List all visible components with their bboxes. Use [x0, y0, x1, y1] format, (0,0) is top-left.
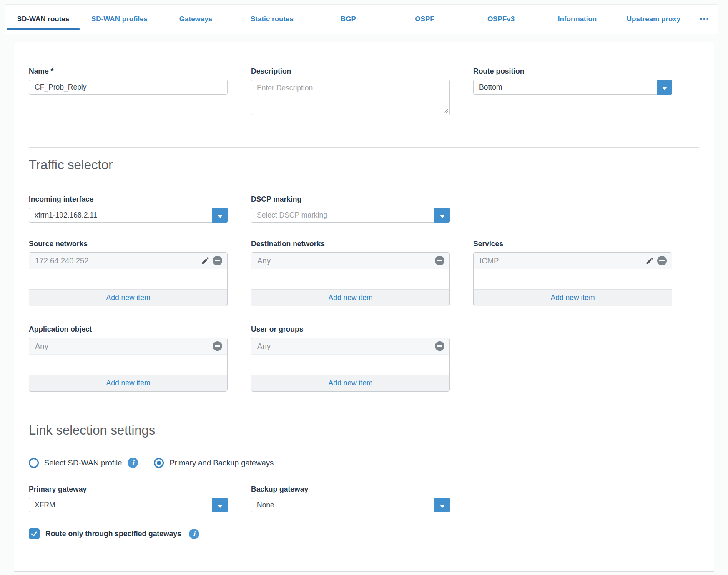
route-only-checkbox[interactable]: [29, 528, 40, 539]
list-item: 172.64.240.252: [29, 252, 227, 269]
dropdown-button[interactable]: [212, 498, 228, 512]
remove-icon[interactable]: [213, 256, 222, 265]
list-item-text: Any: [35, 342, 48, 351]
dscp-label: DSCP marking: [251, 195, 450, 204]
tab-information[interactable]: Information: [539, 5, 615, 34]
list-item-text: ICMP: [479, 256, 499, 265]
listbox-empty-area: [251, 355, 449, 375]
dscp-placeholder: Select DSCP marking: [257, 211, 327, 220]
chevron-down-icon: [439, 215, 445, 218]
incoming-interface-select[interactable]: xfrm1-192.168.2.11: [29, 208, 228, 222]
source-networks-label: Source networks: [29, 239, 228, 248]
destination-networks-label: Destination networks: [251, 239, 450, 248]
tab-label: Information: [558, 15, 597, 23]
remove-icon[interactable]: [657, 256, 667, 265]
primary-gateway-label: Primary gateway: [29, 485, 228, 494]
info-icon[interactable]: i: [189, 529, 199, 539]
check-icon: [30, 530, 38, 538]
section-divider: [29, 147, 699, 148]
tab-gateways[interactable]: Gateways: [158, 5, 234, 34]
user-groups-label: User or groups: [251, 325, 450, 334]
incoming-interface-label: Incoming interface: [29, 195, 228, 204]
add-new-item-button[interactable]: Add new item: [29, 289, 227, 306]
services-group: Services ICMP Add new item: [473, 239, 672, 306]
tab-ospfv3[interactable]: OSPFv3: [463, 5, 539, 34]
traffic-selector-title: Traffic selector: [29, 157, 699, 173]
source-networks-listbox: 172.64.240.252 Add new item: [29, 252, 228, 306]
name-label: Name *: [29, 67, 228, 76]
destination-networks-group: Destination networks Any Add new item: [251, 239, 450, 306]
list-item-text: Any: [257, 256, 271, 265]
edit-icon[interactable]: [201, 256, 210, 265]
dropdown-button[interactable]: [657, 80, 672, 95]
radio-label: Select SD-WAN profile: [44, 458, 122, 468]
radio-primary-backup-gateways[interactable]: [154, 458, 164, 468]
description-label: Description: [251, 67, 450, 76]
user-groups-group: User or groups Any Add new item: [251, 325, 450, 392]
name-input[interactable]: [29, 80, 228, 95]
radio-select-sdwan-profile[interactable]: [29, 458, 39, 468]
route-position-field-group: Route position Bottom: [473, 67, 672, 95]
link-mode-radio-group: Select SD-WAN profile i Primary and Back…: [29, 458, 699, 468]
listbox-empty-area: [29, 269, 227, 289]
radio-label: Primary and Backup gateways: [169, 458, 274, 468]
add-new-item-button[interactable]: Add new item: [251, 289, 449, 306]
tab-label: BGP: [341, 15, 356, 23]
tab-sdwan-profiles[interactable]: SD-WAN profiles: [81, 5, 158, 34]
chevron-down-icon: [662, 87, 668, 90]
description-textarea[interactable]: [251, 80, 450, 115]
chevron-down-icon: [217, 215, 223, 218]
backup-gateway-field-group: Backup gateway None: [251, 485, 450, 512]
resize-handle-icon[interactable]: [443, 108, 448, 114]
route-only-label: Route only through specified gateways: [45, 530, 181, 538]
chevron-down-icon: [439, 505, 445, 508]
link-selection-title: Link selection settings: [29, 422, 699, 438]
backup-gateway-label: Backup gateway: [251, 485, 450, 494]
listbox-empty-area: [474, 269, 672, 289]
tab-ospf[interactable]: OSPF: [387, 5, 463, 34]
add-new-item-button[interactable]: Add new item: [29, 375, 227, 391]
tab-upstream-proxy[interactable]: Upstream proxy: [615, 5, 692, 34]
listbox-empty-area: [251, 269, 449, 289]
backup-gateway-select[interactable]: None: [251, 498, 450, 512]
dscp-field-group: DSCP marking Select DSCP marking: [251, 195, 450, 222]
more-tabs-button[interactable]: •••: [692, 5, 718, 34]
tab-static-routes[interactable]: Static routes: [234, 5, 310, 34]
remove-icon[interactable]: [213, 341, 222, 351]
dropdown-button[interactable]: [434, 498, 450, 512]
primary-gateway-value: XFRM: [35, 501, 55, 510]
add-new-item-button[interactable]: Add new item: [251, 375, 449, 391]
chevron-down-icon: [217, 505, 223, 508]
ellipsis-icon: •••: [700, 15, 710, 23]
remove-icon[interactable]: [435, 256, 444, 265]
info-icon[interactable]: i: [128, 458, 138, 468]
tab-sdwan-routes[interactable]: SD-WAN routes: [5, 5, 81, 34]
tab-bgp[interactable]: BGP: [310, 5, 387, 34]
application-object-group: Application object Any Add new item: [29, 325, 228, 392]
application-object-listbox: Any Add new item: [29, 338, 228, 392]
add-new-item-button[interactable]: Add new item: [474, 289, 672, 306]
route-position-value: Bottom: [479, 83, 502, 92]
description-field-group: Description: [251, 67, 450, 115]
listbox-empty-area: [29, 355, 227, 375]
route-position-label: Route position: [473, 67, 672, 76]
edit-icon[interactable]: [645, 256, 654, 265]
remove-icon[interactable]: [435, 341, 444, 351]
primary-gateway-select[interactable]: XFRM: [29, 498, 228, 512]
list-item: Any: [251, 338, 449, 355]
tab-label: SD-WAN profiles: [91, 15, 148, 23]
dscp-select[interactable]: Select DSCP marking: [251, 208, 450, 222]
route-position-select[interactable]: Bottom: [473, 80, 672, 95]
primary-gateway-field-group: Primary gateway XFRM: [29, 485, 228, 512]
application-object-label: Application object: [29, 325, 228, 334]
route-only-row: Route only through specified gateways i: [29, 528, 699, 539]
list-item-text: Any: [257, 342, 271, 351]
incoming-interface-field-group: Incoming interface xfrm1-192.168.2.11: [29, 195, 228, 222]
tab-bar: SD-WAN routes SD-WAN profiles Gateways S…: [5, 4, 718, 34]
dropdown-button[interactable]: [434, 208, 450, 222]
section-divider: [29, 412, 699, 413]
tab-label: Static routes: [251, 15, 294, 23]
incoming-interface-value: xfrm1-192.168.2.11: [35, 211, 97, 220]
dropdown-button[interactable]: [212, 208, 228, 222]
services-listbox: ICMP Add new item: [473, 252, 672, 306]
